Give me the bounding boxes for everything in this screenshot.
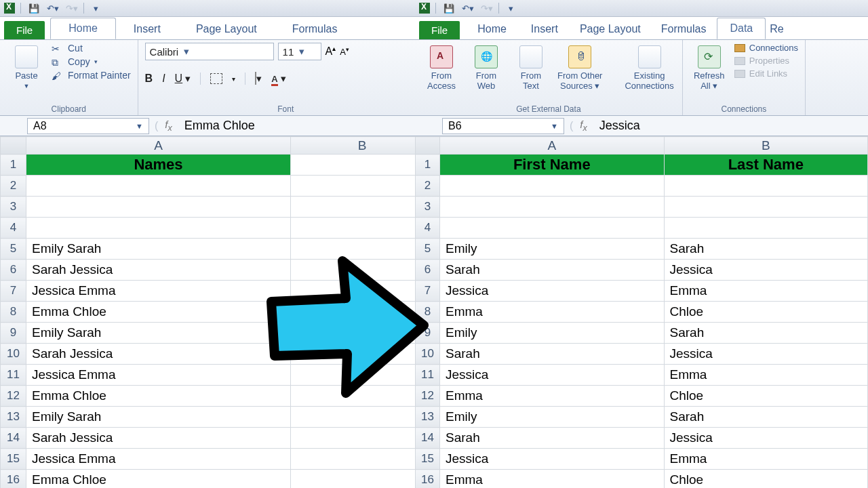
cell[interactable]: [291, 197, 434, 218]
cell[interactable]: [291, 176, 434, 197]
column-header-a[interactable]: A: [440, 137, 664, 155]
tab-insert[interactable]: Insert: [116, 19, 178, 39]
cell[interactable]: [664, 218, 867, 239]
cell[interactable]: [664, 197, 867, 218]
connections-button[interactable]: Connections: [734, 43, 798, 53]
column-header-b[interactable]: B: [664, 137, 867, 155]
cell[interactable]: [291, 449, 434, 470]
cell[interactable]: Emma: [440, 470, 664, 489]
cell[interactable]: Emily Sarah: [26, 239, 290, 260]
refresh-all-button[interactable]: ⟳Refresh All ▾: [690, 43, 729, 94]
cell[interactable]: Names: [26, 155, 290, 176]
row-header[interactable]: 1: [416, 155, 440, 176]
undo-icon[interactable]: ↶▾: [45, 2, 60, 14]
cell[interactable]: Jessica Emma: [26, 281, 290, 302]
row-header[interactable]: 14: [416, 428, 440, 449]
worksheet[interactable]: AB1First NameLast Name2345EmilySarah6Sar…: [415, 136, 868, 488]
cell[interactable]: Jessica Emma: [26, 365, 290, 386]
row-header[interactable]: 8: [1, 302, 26, 323]
save-icon[interactable]: 💾: [441, 2, 456, 14]
cell[interactable]: [291, 218, 434, 239]
font-color-button[interactable]: A ▾: [271, 73, 286, 85]
row-header[interactable]: 3: [1, 197, 26, 218]
cell[interactable]: Sarah: [440, 344, 664, 365]
cell[interactable]: Emma: [440, 386, 664, 407]
borders-button[interactable]: [210, 73, 222, 84]
cell[interactable]: Sarah: [440, 260, 664, 281]
cell[interactable]: [440, 197, 664, 218]
cell[interactable]: Sarah: [664, 239, 867, 260]
row-header[interactable]: 1: [1, 155, 26, 176]
cell[interactable]: [440, 176, 664, 197]
row-header[interactable]: 13: [1, 407, 26, 428]
select-all-corner[interactable]: [416, 137, 440, 155]
cell[interactable]: [291, 428, 434, 449]
cell[interactable]: Emma: [440, 302, 664, 323]
formula-value[interactable]: Emma Chloe: [179, 119, 255, 133]
fx-icon[interactable]: fx: [573, 119, 593, 133]
tab-page-layout[interactable]: Page Layout: [570, 19, 650, 39]
cell[interactable]: Emma: [664, 365, 867, 386]
tab-formulas[interactable]: Formulas: [650, 19, 717, 39]
formula-value[interactable]: Jessica: [594, 119, 640, 133]
cell[interactable]: Emma Chloe: [26, 302, 290, 323]
cell[interactable]: Jessica: [664, 344, 867, 365]
cell[interactable]: Sarah: [664, 323, 867, 344]
fill-color-button[interactable]: ▾: [255, 73, 262, 85]
cell[interactable]: Sarah Jessica: [26, 260, 290, 281]
tab-insert[interactable]: Insert: [519, 19, 570, 39]
undo-icon[interactable]: ↶▾: [460, 2, 475, 14]
cell[interactable]: Jessica Emma: [26, 449, 290, 470]
underline-button[interactable]: U ▾: [175, 73, 191, 85]
tab-review-partial[interactable]: Re: [766, 19, 787, 39]
row-header[interactable]: 9: [1, 323, 26, 344]
cell[interactable]: Jessica: [664, 260, 867, 281]
column-header-b[interactable]: B: [291, 137, 434, 155]
row-header[interactable]: 12: [1, 386, 26, 407]
cell[interactable]: Chloe: [664, 470, 867, 489]
cell[interactable]: [26, 176, 290, 197]
existing-connections-button[interactable]: Existing Connections: [623, 43, 675, 94]
row-header[interactable]: 10: [1, 344, 26, 365]
cell[interactable]: Emily: [440, 239, 664, 260]
row-header[interactable]: 14: [1, 428, 26, 449]
column-header-a[interactable]: A: [26, 137, 290, 155]
cell[interactable]: [291, 155, 434, 176]
fx-icon[interactable]: fx: [158, 119, 178, 133]
row-header[interactable]: 16: [416, 470, 440, 489]
cell[interactable]: Sarah Jessica: [26, 428, 290, 449]
cell[interactable]: Jessica: [664, 428, 867, 449]
row-header[interactable]: 5: [1, 239, 26, 260]
tab-file[interactable]: File: [419, 21, 460, 39]
italic-button[interactable]: I: [162, 73, 165, 85]
redo-icon[interactable]: ↷▾: [64, 2, 79, 14]
cell[interactable]: [26, 197, 290, 218]
qat-customize-icon[interactable]: ▾: [503, 2, 518, 14]
copy-button[interactable]: ⧉Copy ▾: [52, 56, 131, 67]
select-all-corner[interactable]: [1, 137, 26, 155]
cell[interactable]: [26, 218, 290, 239]
row-header[interactable]: 11: [1, 365, 26, 386]
row-header[interactable]: 4: [416, 218, 440, 239]
cell[interactable]: Emma: [664, 449, 867, 470]
font-size-combo[interactable]: 11▾: [278, 43, 321, 60]
row-header[interactable]: 4: [1, 218, 26, 239]
cell[interactable]: Jessica: [440, 449, 664, 470]
tab-home[interactable]: Home: [50, 18, 116, 39]
paste-button[interactable]: Paste ▼: [7, 43, 46, 92]
cell[interactable]: Emma Chloe: [26, 386, 290, 407]
name-box[interactable]: B6▼: [442, 118, 564, 134]
row-header[interactable]: 2: [416, 176, 440, 197]
save-icon[interactable]: 💾: [26, 2, 41, 14]
format-painter-button[interactable]: 🖌Format Painter: [52, 70, 131, 81]
cell[interactable]: Emily Sarah: [26, 323, 290, 344]
cut-button[interactable]: ✂Cut: [52, 43, 131, 54]
redo-icon[interactable]: ↷▾: [479, 2, 494, 14]
row-header[interactable]: 15: [1, 449, 26, 470]
row-header[interactable]: 16: [1, 470, 26, 489]
row-header[interactable]: 6: [1, 260, 26, 281]
tab-formulas[interactable]: Formulas: [275, 19, 355, 39]
qat-customize-icon[interactable]: ▾: [88, 2, 103, 14]
from-access-button[interactable]: AFrom Access: [422, 43, 461, 94]
row-header[interactable]: 15: [416, 449, 440, 470]
